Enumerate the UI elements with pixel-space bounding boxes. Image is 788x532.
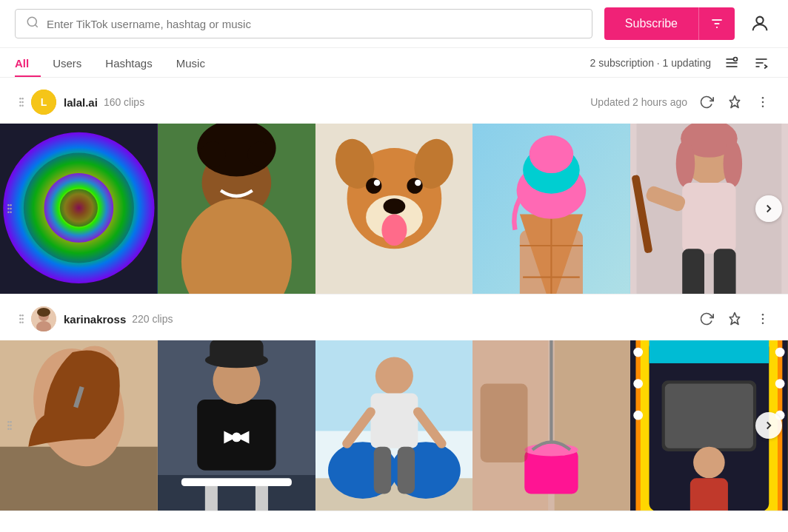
svg-point-34 (60, 189, 98, 226)
search-input[interactable] (47, 18, 581, 30)
tab-music[interactable]: Music (164, 48, 217, 77)
svg-point-90 (10, 428, 11, 430)
tabs-right: 2 subscription · 1 updating (590, 51, 773, 75)
svg-point-49 (373, 180, 380, 186)
svg-point-82 (762, 314, 764, 316)
feed: L lalal.ai 160 clips Updated 2 hours ago (0, 78, 788, 511)
svg-point-21 (762, 97, 764, 99)
svg-rect-132 (665, 384, 753, 448)
pin-icon-karina[interactable] (724, 309, 745, 329)
svg-rect-105 (210, 340, 263, 362)
thumb-lalal-1[interactable] (0, 124, 158, 294)
svg-point-108 (232, 433, 241, 442)
avatar-karina (31, 306, 56, 331)
svg-point-5 (756, 17, 763, 24)
svg-rect-119 (397, 447, 414, 494)
svg-point-86 (10, 421, 11, 422)
svg-point-138 (633, 379, 643, 388)
drag-handle-karina[interactable] (15, 313, 28, 325)
svg-point-74 (19, 318, 21, 320)
svg-rect-130 (650, 340, 769, 363)
channel-right-lalal: Updated 2 hours ago (590, 92, 773, 112)
svg-point-18 (21, 105, 23, 107)
refresh-icon-lalal[interactable] (696, 92, 717, 112)
svg-line-1 (35, 24, 37, 27)
channel-name-karina: karinakross (64, 313, 126, 326)
svg-point-29 (10, 212, 11, 213)
more-icon-karina[interactable] (752, 309, 773, 329)
channel-header-karina: karinakross 220 clips (0, 306, 788, 340)
refresh-icon-karina[interactable] (696, 309, 717, 329)
svg-point-114 (375, 357, 413, 394)
thumb-karina-2[interactable] (158, 340, 315, 511)
svg-rect-70 (682, 249, 704, 294)
channel-clips-karina: 220 clips (132, 313, 173, 325)
svg-text:L: L (41, 96, 47, 108)
svg-point-72 (19, 314, 21, 316)
header: Subscribe (0, 0, 788, 48)
tab-users[interactable]: Users (41, 48, 93, 77)
svg-point-48 (407, 178, 422, 194)
thumb-lalal-4[interactable] (473, 124, 630, 294)
tabs-right-icons (720, 51, 773, 75)
svg-point-28 (7, 212, 9, 213)
svg-point-14 (21, 98, 23, 99)
thumb-lalal-2[interactable] (158, 124, 315, 294)
nav-arrow-lalal[interactable] (755, 195, 782, 222)
svg-point-50 (415, 180, 421, 186)
channel-icons-karina (696, 309, 773, 329)
svg-point-47 (366, 178, 381, 194)
filter-button[interactable] (698, 7, 735, 40)
nav-arrow-karina[interactable] (755, 412, 782, 439)
svg-point-141 (775, 379, 785, 388)
svg-point-51 (381, 214, 407, 246)
svg-rect-67 (682, 183, 735, 254)
svg-point-88 (10, 425, 11, 426)
more-icon-lalal[interactable] (752, 92, 773, 112)
svg-point-27 (10, 208, 11, 209)
tabs-bar: All Users Hashtags Music 2 subscription … (0, 48, 788, 78)
svg-point-133 (693, 447, 725, 479)
channel-header-lalal: L lalal.ai 160 clips Updated 2 hours ago (0, 90, 788, 124)
subscribe-button[interactable]: Subscribe (604, 7, 698, 40)
channel-block-lalal: L lalal.ai 160 clips Updated 2 hours ago (0, 78, 788, 294)
svg-point-23 (762, 106, 764, 108)
drag-handle-row-lalal[interactable] (3, 203, 16, 215)
subscription-status: 2 subscription · 1 updating (590, 57, 711, 69)
svg-point-81 (37, 308, 50, 317)
svg-point-84 (762, 323, 764, 325)
search-icon (26, 16, 39, 32)
tab-all[interactable]: All (15, 48, 41, 77)
svg-point-13 (19, 98, 21, 99)
thumb-lalal-3[interactable] (315, 124, 473, 294)
svg-point-89 (7, 428, 9, 430)
images-row-karina (0, 340, 788, 511)
svg-rect-126 (481, 384, 528, 462)
svg-point-137 (633, 348, 643, 357)
sort-icon[interactable] (749, 51, 773, 75)
user-avatar-icon[interactable] (747, 10, 773, 37)
drag-handle-row-karina[interactable] (3, 420, 16, 431)
svg-point-65 (676, 140, 695, 187)
svg-rect-134 (690, 478, 728, 511)
channel-block-karina: karinakross 220 clips (0, 294, 788, 511)
svg-point-85 (7, 421, 9, 422)
svg-point-26 (7, 208, 9, 209)
thumb-karina-1[interactable] (0, 340, 158, 511)
tab-hashtags[interactable]: Hashtags (93, 48, 164, 77)
svg-rect-101 (256, 486, 268, 511)
thumb-karina-3[interactable] (315, 340, 473, 511)
search-list-icon[interactable] (720, 51, 744, 75)
drag-handle-lalal[interactable] (15, 96, 28, 108)
svg-point-77 (21, 322, 23, 323)
pin-icon-lalal[interactable] (724, 92, 745, 112)
avatar-lalal: L (31, 90, 56, 115)
thumb-karina-4[interactable] (473, 340, 630, 511)
svg-rect-100 (205, 486, 218, 511)
svg-point-139 (633, 411, 643, 420)
svg-point-75 (21, 318, 23, 320)
svg-point-22 (762, 101, 764, 104)
svg-rect-118 (373, 447, 390, 494)
svg-point-76 (19, 322, 21, 323)
svg-rect-124 (525, 450, 578, 494)
